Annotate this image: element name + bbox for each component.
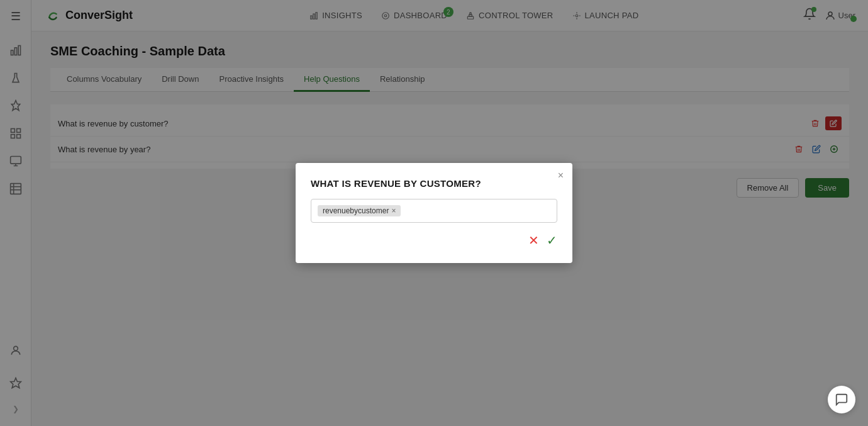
- chat-bot-button[interactable]: [828, 386, 855, 413]
- edit-question-modal: WHAT IS REVENUE BY CUSTOMER? × revenueby…: [296, 163, 572, 263]
- modal-title: WHAT IS REVENUE BY CUSTOMER?: [311, 178, 557, 189]
- modal-cancel-button[interactable]: ✕: [528, 233, 539, 248]
- tag-remove-button[interactable]: ×: [391, 206, 396, 215]
- modal-input-area[interactable]: revenuebycustomer ×: [311, 199, 557, 223]
- modal-actions: ✕ ✓: [311, 233, 557, 248]
- modal-overlay[interactable]: WHAT IS REVENUE BY CUSTOMER? × revenueby…: [0, 0, 868, 426]
- modal-confirm-button[interactable]: ✓: [547, 233, 557, 248]
- modal-close-button[interactable]: ×: [558, 171, 564, 181]
- tag-label: revenuebycustomer: [323, 206, 389, 215]
- tag-revenuebycustomer: revenuebycustomer ×: [318, 205, 401, 216]
